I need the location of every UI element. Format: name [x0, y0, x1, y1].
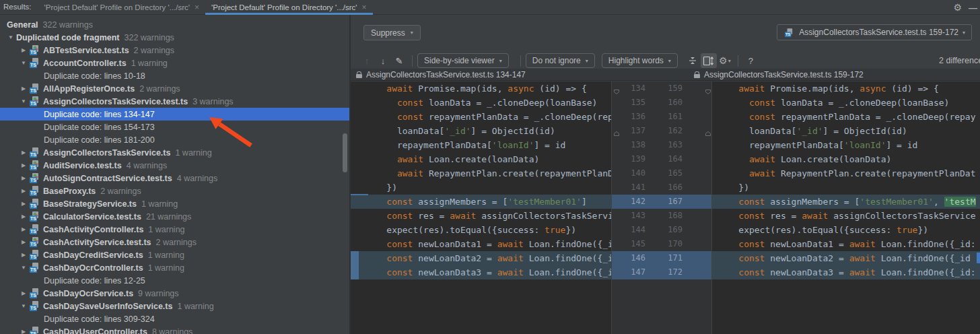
chevron-collapsed-icon[interactable]: ▶: [18, 162, 29, 168]
code-line[interactable]: const newLoanData3 = await Loan.findOne(…: [712, 265, 980, 279]
chevron-collapsed-icon[interactable]: ▶: [18, 329, 29, 334]
code-line[interactable]: const res = await assignCollectorsTaskSe…: [712, 209, 980, 223]
chevron-collapsed-icon[interactable]: ▶: [18, 252, 29, 258]
chevron-collapsed-icon[interactable]: ▶: [18, 290, 29, 296]
tree-item-group[interactable]: General322 warnings: [0, 18, 349, 31]
tree-item-group[interactable]: ▼Duplicated code fragment322 warnings: [0, 31, 349, 44]
tree-item-file[interactable]: ▼TSCashDaySaveUserInfoService.ts1 warnin…: [0, 300, 349, 312]
chevron-expanded-icon[interactable]: ▼: [18, 265, 29, 271]
whitespace-policy-dropdown[interactable]: Do not ignore ▾: [526, 53, 595, 68]
code-line[interactable]: await RepaymentPlan.create(repaymentPlan…: [712, 166, 980, 180]
tree-item-label: CashActivityController.ts: [43, 225, 143, 234]
close-tab-icon[interactable]: ×: [195, 3, 199, 11]
help-icon[interactable]: ?: [748, 56, 753, 66]
chevron-collapsed-icon[interactable]: ▶: [18, 47, 29, 53]
code-token: [365, 98, 397, 108]
tree-item-duplicate[interactable]: Duplicate code: lines 309-324: [0, 312, 349, 325]
code-token: expect(res).toEqual({success:: [365, 225, 545, 235]
highlight-mode-label: Highlight words: [608, 56, 664, 65]
chevron-expanded-icon[interactable]: ▼: [18, 60, 29, 66]
tree-item-file[interactable]: ▶TSCashDayOcrService.ts9 warnings: [0, 287, 349, 300]
code-line[interactable]: repaymentPlanData['loanId'] = id: [351, 138, 611, 152]
chevron-collapsed-icon[interactable]: ▶: [18, 175, 29, 181]
code-line[interactable]: await RepaymentPlan.create(repaymentPlan…: [351, 166, 611, 180]
tree-item-file[interactable]: ▼TSCashDayOcrController.ts1 warning: [0, 261, 349, 274]
chevron-expanded-icon[interactable]: ▼: [5, 34, 16, 40]
hide-panel-icon[interactable]: —: [969, 3, 977, 13]
next-difference-icon[interactable]: ↓: [375, 56, 391, 66]
code-line[interactable]: }): [351, 180, 611, 195]
close-tab-icon[interactable]: ×: [362, 3, 367, 11]
highlight-mode-dropdown[interactable]: Highlight words ▾: [602, 53, 678, 68]
previous-difference-icon[interactable]: ↑: [359, 56, 375, 66]
tree-item-file[interactable]: ▶TSAuditService.test.ts4 warnings: [0, 159, 349, 172]
chevron-collapsed-icon[interactable]: ▶: [18, 239, 29, 245]
tree-item-file[interactable]: ▶TSBaseProxy.ts2 warnings: [0, 185, 349, 197]
synchronize-scrolling-icon[interactable]: [701, 53, 717, 68]
chevron-collapsed-icon[interactable]: ▶: [18, 188, 29, 194]
code-line[interactable]: await Loan.create(loanData): [712, 152, 980, 166]
code-token: Loan.findOne({_id:: [876, 239, 976, 249]
settings-gear-icon[interactable]: ⚙: [953, 3, 962, 12]
tree-item-file[interactable]: ▶TSBaseStrategyService.ts1 warning: [0, 197, 349, 210]
tree-item-file[interactable]: ▼TSAccountController.ts1 warning: [0, 57, 349, 69]
duplicate-file-selector[interactable]: TS AssignCollectorsTaskService.test.ts 1…: [777, 24, 972, 40]
tree-item-file[interactable]: ▶TSABTestService.test.ts2 warnings: [0, 44, 349, 57]
chevron-collapsed-icon[interactable]: ▶: [18, 201, 29, 207]
chevron-collapsed-icon[interactable]: ▶: [18, 149, 29, 156]
tree-scrollbar-thumb[interactable]: [343, 133, 347, 172]
code-line[interactable]: const assignMembers = ['testMember01', '…: [712, 195, 980, 209]
tree-item-duplicate[interactable]: Duplicate code: lines 181-200: [0, 133, 349, 146]
tree-item-file[interactable]: ▶TSCashActivityService.test.ts2 warnings: [0, 236, 349, 248]
code-line[interactable]: const loanData = _.cloneDeep(loanBase): [712, 96, 980, 110]
code-line[interactable]: const repaymentPlanData = _.cloneDeep(re…: [351, 110, 611, 124]
chevron-collapsed-icon[interactable]: ▶: [18, 213, 29, 220]
code-line[interactable]: }): [712, 180, 980, 195]
warning-count: 1 warning: [148, 263, 184, 273]
chevron-collapsed-icon[interactable]: ▶: [18, 226, 29, 232]
code-line[interactable]: loanData['_id'] = ObjectId(id): [712, 124, 980, 138]
code-line[interactable]: loanData['_id'] = ObjectId(id): [351, 124, 611, 138]
tree-item-file[interactable]: ▶TSCashDayCreditService.ts1 warning: [0, 248, 349, 261]
code-line[interactable]: const assignMembers = ['testMember01']: [351, 195, 611, 209]
code-line[interactable]: repaymentPlanData['loanId'] = id: [712, 138, 980, 152]
code-line[interactable]: expect(res).toEqual({success: true}): [351, 223, 611, 237]
code-line[interactable]: const newLoanData2 = await Loan.findOne(…: [712, 251, 980, 265]
code-token: ] = ObjectId(id): [823, 126, 907, 136]
collapse-unchanged-icon[interactable]: [685, 53, 701, 68]
code-line[interactable]: await Promise.map(ids, async (id) => {: [712, 81, 980, 96]
code-line[interactable]: const res = await assignCollectorsTaskSe…: [351, 209, 611, 223]
code-line[interactable]: const repaymentPlanData = _.cloneDeep(re…: [712, 110, 980, 124]
tree-item-file[interactable]: ▶TSCashDayUserController.ts8 warnings: [0, 325, 349, 334]
tree-item-file[interactable]: ▶TSAutoSignContractService.test.ts4 warn…: [0, 172, 349, 185]
code-line[interactable]: expect(res).toEqual({success: true}): [712, 223, 980, 237]
tree-item-file[interactable]: ▼TSAssignCollectorsTaskService.test.ts3 …: [0, 95, 349, 108]
viewer-mode-dropdown[interactable]: Side-by-side viewer ▾: [417, 53, 509, 68]
code-line[interactable]: await Promise.map(ids, async (id) => {: [351, 81, 611, 96]
tree-item-label: AccountController.ts: [43, 59, 127, 68]
tree-item-duplicate[interactable]: Duplicate code: lines 154-173: [0, 121, 349, 133]
tree-item-duplicate[interactable]: Duplicate code: lines 12-25: [0, 274, 349, 287]
code-token: ] = id: [534, 140, 565, 150]
chevron-expanded-icon[interactable]: ▼: [18, 303, 29, 309]
chevron-collapsed-icon[interactable]: ▶: [18, 86, 29, 92]
results-tab-1[interactable]: 'Project Default' Profile on Directory '…: [38, 0, 206, 14]
code-line[interactable]: const newLoanData2 = await Loan.findOne(…: [351, 251, 611, 265]
code-line[interactable]: const newLoanData1 = await Loan.findOne(…: [351, 237, 611, 251]
tree-item-file[interactable]: ▶TSCalculatorService.test.ts21 warnings: [0, 210, 349, 223]
results-tab-2[interactable]: 'Project Default' Profile on Directory '…: [205, 0, 373, 14]
diff-settings-gear-icon[interactable]: ⚙▾: [717, 53, 733, 68]
tree-item-file[interactable]: ▶TSAllAppRegisterOnce.ts2 warnings: [0, 82, 349, 95]
tree-item-file[interactable]: ▶TSCashActivityController.ts1 warning: [0, 223, 349, 236]
tree-item-duplicate[interactable]: Duplicate code: lines 134-147: [0, 108, 349, 121]
code-line[interactable]: await Loan.create(loanData): [351, 152, 611, 166]
chevron-expanded-icon[interactable]: ▼: [18, 98, 29, 104]
code-line[interactable]: const newLoanData1 = await Loan.findOne(…: [712, 237, 980, 251]
warning-count: 3 warnings: [193, 97, 233, 106]
code-line[interactable]: const newLoanData3 = await Loan.findOne(…: [351, 265, 611, 279]
edit-source-icon[interactable]: ✎: [391, 56, 407, 66]
code-line[interactable]: const loanData = _.cloneDeep(loanBase): [351, 96, 611, 110]
suppress-button[interactable]: Suppress ▾: [363, 25, 421, 40]
tree-item-file[interactable]: ▶TSAssignCollectorsTaskService.ts1 warni…: [0, 146, 349, 159]
tree-item-duplicate[interactable]: Duplicate code: lines 10-18: [0, 69, 349, 82]
